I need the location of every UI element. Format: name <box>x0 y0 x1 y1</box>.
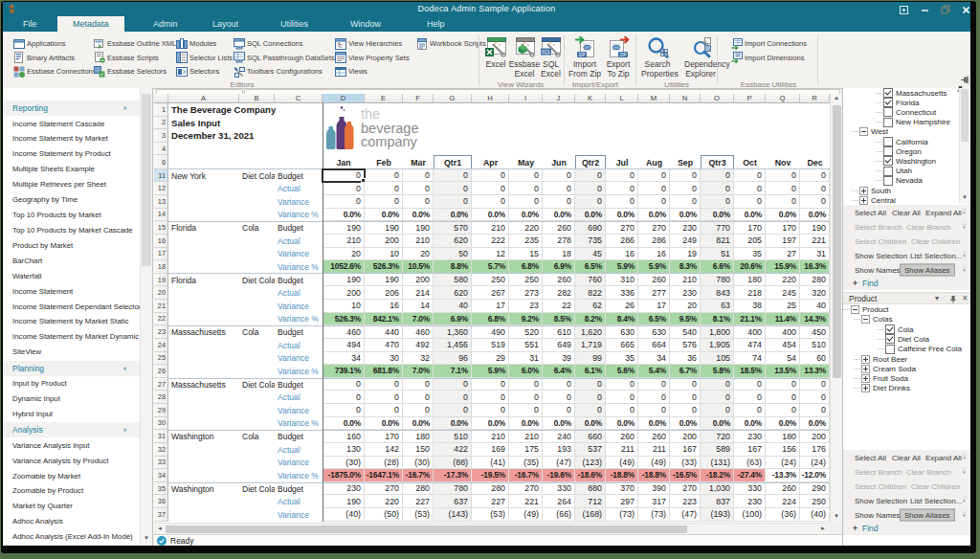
value-cell[interactable]: 14 <box>403 300 434 313</box>
checkbox-diet-cola[interactable] <box>885 334 895 344</box>
tree-node-label[interactable]: Product <box>862 305 889 314</box>
product-cell[interactable]: Cola <box>239 430 275 443</box>
market-cell[interactable] <box>168 404 239 417</box>
value-cell[interactable]: -16.7% <box>403 469 434 482</box>
value-cell[interactable]: (131) <box>701 457 734 470</box>
empty-cell[interactable] <box>800 129 830 143</box>
empty-cell[interactable] <box>800 143 830 156</box>
value-cell[interactable]: 218 <box>734 286 766 300</box>
value-cell[interactable]: 20 <box>323 248 365 261</box>
empty-cell[interactable] <box>275 117 323 130</box>
value-cell[interactable]: 712 <box>575 495 606 508</box>
empty-cell[interactable] <box>606 129 638 143</box>
value-cell[interactable]: 17 <box>472 300 509 313</box>
value-cell[interactable]: (73) <box>606 508 638 522</box>
toolbar-grip-icon[interactable]: ∷▾ <box>961 509 968 517</box>
checkbox-florida[interactable] <box>883 98 893 107</box>
value-cell[interactable]: 0 <box>323 195 365 209</box>
value-cell[interactable]: 0 <box>472 378 509 391</box>
row-header-4[interactable]: 4 <box>154 143 168 156</box>
find-label[interactable]: Find <box>862 524 879 533</box>
value-cell[interactable]: 7.0% <box>403 313 434 326</box>
value-cell[interactable]: 17 <box>638 300 670 313</box>
empty-cell[interactable] <box>606 103 638 117</box>
measure-cell[interactable]: Variance % <box>275 365 323 378</box>
ribbon-item-excel[interactable]: Excel <box>479 36 512 70</box>
value-cell[interactable]: 842.1% <box>365 313 403 326</box>
value-cell[interactable]: 0.0% <box>543 209 575 222</box>
value-cell[interactable]: 211 <box>638 443 670 457</box>
product-cell[interactable] <box>239 286 275 300</box>
value-cell[interactable]: 450 <box>800 325 830 339</box>
value-cell[interactable]: 0.0% <box>800 417 830 431</box>
value-cell[interactable]: 0 <box>701 182 734 195</box>
column-header-h[interactable]: H <box>472 94 509 103</box>
value-cell[interactable]: 0 <box>766 404 800 417</box>
value-cell[interactable]: 160 <box>323 430 365 443</box>
product-cell[interactable] <box>239 209 275 222</box>
value-cell[interactable]: 0 <box>800 391 830 404</box>
market-cell[interactable] <box>168 352 239 366</box>
month-header-sep[interactable]: Sep <box>670 155 701 168</box>
value-cell[interactable]: 14.3% <box>800 313 830 326</box>
column-header-o[interactable]: O <box>701 94 734 103</box>
market-node-west[interactable]: West <box>852 127 888 137</box>
value-cell[interactable]: 0.0% <box>766 417 800 431</box>
empty-cell[interactable] <box>239 143 275 156</box>
market-cell[interactable] <box>168 339 239 352</box>
toolbar-grip-icon[interactable]: ∷▾ <box>961 221 968 229</box>
ribbon-item-modules[interactable]: Modules <box>176 37 216 50</box>
value-cell[interactable]: 12 <box>472 248 509 261</box>
value-cell[interactable]: 320 <box>800 286 830 300</box>
market-cell[interactable] <box>168 286 239 300</box>
value-cell[interactable]: 16 <box>365 300 403 313</box>
product-cell[interactable]: Cola <box>239 221 275 235</box>
product-panel-pin-icon[interactable] <box>949 295 957 303</box>
sheet-title-cell[interactable]: The Beverage Company <box>168 103 239 117</box>
sidebar-item-variance-analysis-by-product[interactable]: Variance Analysis by Product <box>12 456 108 464</box>
ribbon-item-selector-lists[interactable]: Selector Lists <box>176 52 233 64</box>
market-cell[interactable] <box>168 469 239 482</box>
value-cell[interactable]: 0.0% <box>434 417 472 431</box>
value-cell[interactable]: 0 <box>472 169 509 183</box>
measure-cell[interactable]: Actual <box>275 443 323 457</box>
value-cell[interactable]: 0 <box>403 378 434 391</box>
value-cell[interactable]: 0.0% <box>575 209 606 222</box>
value-cell[interactable]: -19.6% <box>543 469 575 482</box>
value-cell[interactable]: 180 <box>734 274 766 287</box>
value-cell[interactable]: 570 <box>434 221 472 235</box>
product-cell[interactable] <box>239 404 275 417</box>
value-cell[interactable]: 210 <box>403 235 434 248</box>
restore-button[interactable] <box>938 5 953 15</box>
sidebar-item-multiple-retrieves-per-sheet[interactable]: Multiple Retrieves per Sheet <box>12 180 106 189</box>
column-header-c[interactable]: C <box>275 94 323 103</box>
empty-cell[interactable] <box>509 129 543 143</box>
collapse-chevron-icon[interactable]: « <box>118 367 133 370</box>
value-cell[interactable]: 1,905 <box>701 339 734 352</box>
market-node-connecticut[interactable]: Connecticut <box>876 107 936 117</box>
sidebar-section-reporting[interactable]: Reporting« <box>3 101 141 116</box>
value-cell[interactable]: 16 <box>638 248 670 261</box>
value-cell[interactable]: 0 <box>403 195 434 209</box>
value-cell[interactable]: 38 <box>734 300 766 313</box>
value-cell[interactable]: (123) <box>575 457 606 470</box>
value-cell[interactable]: 96 <box>434 352 472 366</box>
value-cell[interactable]: 6.1% <box>575 365 606 378</box>
product-cell[interactable] <box>239 391 275 404</box>
value-cell[interactable]: 0 <box>472 404 509 417</box>
empty-cell[interactable] <box>606 117 638 130</box>
value-cell[interactable]: 270 <box>509 482 543 496</box>
empty-cell[interactable] <box>168 143 239 156</box>
empty-cell[interactable] <box>275 103 323 117</box>
value-cell[interactable]: 0.0% <box>766 209 800 222</box>
grid-corner-cell[interactable] <box>154 94 168 103</box>
ribbon-item-essbase-outline-xml[interactable]: Essbase Outline XML <box>94 37 176 50</box>
menu-tab-help[interactable]: Help <box>412 16 460 32</box>
value-cell[interactable]: 9.2% <box>509 313 543 326</box>
tree-node-label[interactable]: Oregon <box>896 147 922 156</box>
menu-tab-window[interactable]: Window <box>335 16 396 32</box>
value-cell[interactable]: 200 <box>323 286 365 300</box>
market-cell[interactable] <box>168 300 239 313</box>
value-cell[interactable]: 62 <box>575 300 606 313</box>
sidebar-item-hybrid-input[interactable]: Hybrid Input <box>12 410 53 418</box>
